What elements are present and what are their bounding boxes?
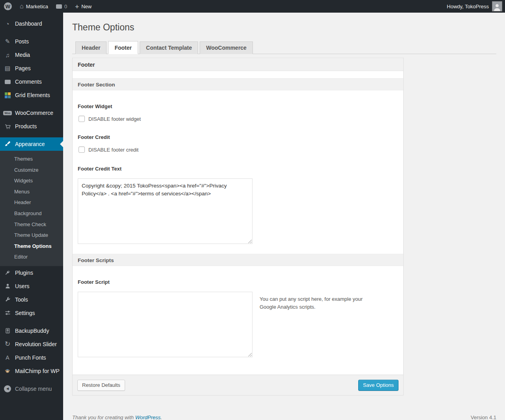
refresh-icon: ↻ <box>3 340 12 348</box>
my-account-menu[interactable]: Howdy, TokoPress <box>447 0 505 13</box>
appearance-submenu: Themes Customize Widgets Menus Header Ba… <box>0 151 63 266</box>
disable-footer-widget-checkbox[interactable] <box>79 116 85 122</box>
options-panel: Footer Footer Section Footer Widget DISA… <box>72 58 404 396</box>
footer-credit-label: Footer Credit <box>78 122 398 140</box>
page-title: Theme Options <box>72 22 496 33</box>
disable-footer-widget-label: DISABLE footer widget <box>88 116 141 122</box>
admin-bar: W ⌂ Marketica 0 + New Howdy, TokoPress <box>0 0 505 13</box>
sidebar-item-settings[interactable]: Settings <box>0 306 63 320</box>
tab-footer[interactable]: Footer <box>108 41 138 54</box>
avatar <box>492 1 502 11</box>
sidebar-item-label: Users <box>15 283 30 289</box>
home-icon: ⌂ <box>20 3 24 9</box>
howdy-label: Howdy, TokoPress <box>447 4 489 9</box>
collapse-menu-button[interactable]: ◀ Collapse menu <box>0 382 63 396</box>
sidebar-item-appearance[interactable]: Appearance <box>0 137 63 151</box>
submenu-item-editor[interactable]: Editor <box>0 251 63 262</box>
wp-admin-footer: Thank you for creating with WordPress. V… <box>72 414 496 420</box>
site-name-label: Marketica <box>26 4 48 9</box>
mailchimp-monkey-icon <box>3 368 12 374</box>
footer-script-label: Footer Script <box>78 266 398 285</box>
comments-count: 0 <box>64 4 67 9</box>
sidebar-item-label: Punch Fonts <box>15 354 46 361</box>
comment-bubble-icon <box>56 4 62 9</box>
submenu-item-widgets[interactable]: Widgets <box>0 175 63 186</box>
submenu-item-header[interactable]: Header <box>0 197 63 208</box>
wordpress-logo-menu[interactable]: W <box>0 0 16 13</box>
sidebar-item-grid-elements[interactable]: Grid Elements <box>0 88 63 102</box>
submenu-item-theme-check[interactable]: Theme Check <box>0 219 63 230</box>
save-options-button[interactable]: Save Options <box>358 380 398 391</box>
settings-sliders-icon <box>3 310 12 316</box>
sidebar-item-products[interactable]: Products <box>0 120 63 133</box>
sidebar-item-woocommerce[interactable]: Woo WooCommerce <box>0 106 63 120</box>
sidebar-item-backupbuddy[interactable]: BackupBuddy <box>0 324 63 338</box>
sidebar-item-media[interactable]: ♫ Media <box>0 48 63 62</box>
sidebar-item-revolution-slider[interactable]: ↻ Revolution Slider <box>0 338 63 351</box>
grid-elements-icon <box>3 92 12 98</box>
sidebar-item-posts[interactable]: ✎ Posts <box>0 35 63 48</box>
sidebar-item-label: Revolution Slider <box>15 341 57 347</box>
submenu-item-background[interactable]: Background <box>0 208 63 219</box>
sidebar-item-comments[interactable]: Comments <box>0 75 63 88</box>
admin-menu: ◔ Dashboard ✎ Posts ♫ Media ▤ Pages Comm… <box>0 13 63 420</box>
panel-actions-bar: Restore Defaults Save Options <box>73 375 403 395</box>
sidebar-item-plugins[interactable]: Plugins <box>0 266 63 279</box>
sidebar-item-label: Appearance <box>15 141 45 147</box>
footer-version-text: Version 4.1 <box>471 414 496 420</box>
footer-thanks-text: Thank you for creating with WordPress. <box>72 414 162 420</box>
sidebar-item-pages[interactable]: ▤ Pages <box>0 62 63 75</box>
wrench-icon <box>3 296 12 302</box>
footer-widget-label: Footer Widget <box>78 90 398 109</box>
footer-widget-checkbox-row: DISABLE footer widget <box>78 116 398 122</box>
footer-script-textarea[interactable] <box>78 292 252 357</box>
pages-icon: ▤ <box>3 65 12 72</box>
footer-credit-checkbox-row: DISABLE footer credit <box>78 146 398 153</box>
submenu-item-customize[interactable]: Customize <box>0 165 63 176</box>
dashboard-icon: ◔ <box>3 21 12 27</box>
media-icon: ♫ <box>3 52 12 58</box>
backup-drive-icon <box>3 328 12 334</box>
wordpress-link[interactable]: WordPress <box>135 414 161 420</box>
sidebar-item-label: Pages <box>15 65 31 71</box>
woocommerce-icon: Woo <box>3 111 12 115</box>
sidebar-item-mailchimp[interactable]: MailChimp for WP <box>0 364 63 378</box>
comments-icon <box>3 80 12 84</box>
site-name-link[interactable]: ⌂ Marketica <box>16 0 52 13</box>
tab-header[interactable]: Header <box>75 41 107 54</box>
sidebar-item-label: Dashboard <box>15 21 42 27</box>
sidebar-item-dashboard[interactable]: ◔ Dashboard <box>0 17 63 30</box>
submenu-item-menus[interactable]: Menus <box>0 186 63 197</box>
comments-admin-bar-link[interactable]: 0 <box>52 0 71 13</box>
sidebar-item-label: Settings <box>15 310 35 316</box>
submenu-item-theme-options[interactable]: Theme Options <box>0 241 63 252</box>
disable-footer-credit-checkbox[interactable] <box>79 146 85 153</box>
tab-contact-template[interactable]: Contact Template <box>140 41 198 54</box>
sidebar-item-users[interactable]: Users <box>0 279 63 293</box>
sidebar-item-label: Media <box>15 52 30 58</box>
tab-woocommerce[interactable]: WooCommerce <box>200 41 252 54</box>
collapse-arrow-icon: ◀ <box>3 385 12 392</box>
footer-script-help: You can put any script here, for example… <box>260 295 380 311</box>
nav-tab-wrapper: Header Footer Contact Template WooCommer… <box>72 39 496 54</box>
brush-icon <box>3 141 12 147</box>
sidebar-item-label: WooCommerce <box>15 110 53 116</box>
sidebar-item-label: Grid Elements <box>15 92 50 98</box>
footer-credit-text-textarea[interactable]: Copyright &copy; 2015 TokoPress<span><a … <box>78 178 252 244</box>
collapse-menu-label: Collapse menu <box>15 386 52 392</box>
submenu-item-theme-update[interactable]: Theme Update <box>0 230 63 241</box>
sidebar-item-label: Plugins <box>15 270 33 276</box>
new-content-menu[interactable]: + New <box>71 0 95 13</box>
wordpress-logo-icon: W <box>4 2 12 10</box>
cart-icon <box>3 123 12 130</box>
sidebar-item-tools[interactable]: Tools <box>0 293 63 306</box>
sidebar-item-label: Posts <box>15 38 29 45</box>
section-header-footer-scripts: Footer Scripts <box>73 254 403 266</box>
main-content: Theme Options Header Footer Contact Temp… <box>63 13 505 420</box>
sidebar-item-label: MailChimp for WP <box>15 368 60 374</box>
submenu-item-themes[interactable]: Themes <box>0 154 63 165</box>
sidebar-item-punch-fonts[interactable]: A Punch Fonts <box>0 351 63 364</box>
restore-defaults-button[interactable]: Restore Defaults <box>77 380 125 391</box>
sidebar-item-label: Products <box>15 123 37 129</box>
pin-icon: ✎ <box>3 38 12 45</box>
